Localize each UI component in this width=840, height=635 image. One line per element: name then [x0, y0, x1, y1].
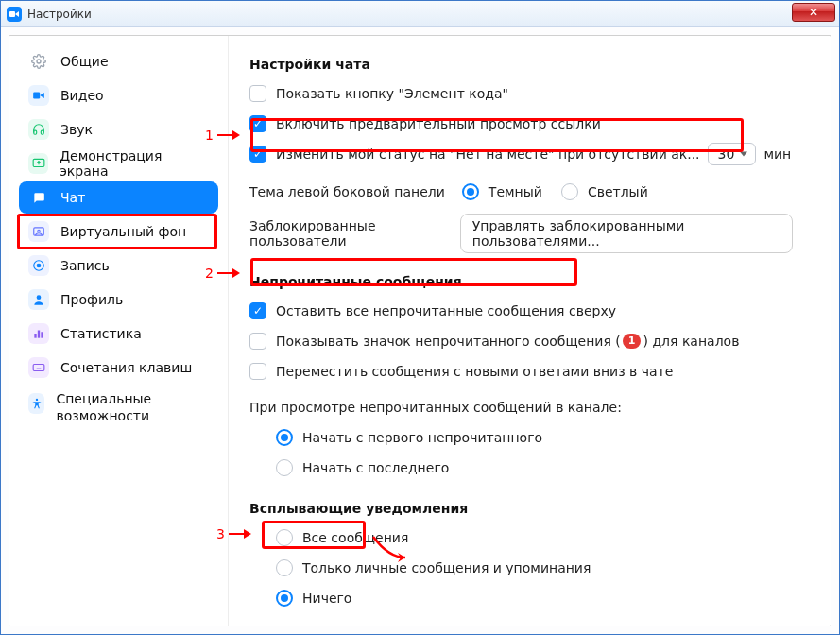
window-title: Настройки — [27, 8, 92, 21]
sidebar-item-video[interactable]: Видео — [19, 79, 218, 112]
sidebar-item-profile[interactable]: Профиль — [19, 283, 218, 316]
close-icon: ✕ — [809, 6, 818, 19]
svg-rect-12 — [33, 365, 44, 371]
sidebar-item-virtual-bg[interactable]: Виртуальный фон — [19, 215, 218, 248]
label-keep-unread-top: Оставить все непрочитанные сообщения све… — [276, 303, 616, 318]
close-button[interactable]: ✕ — [792, 3, 835, 22]
stats-icon — [28, 323, 49, 344]
headphones-icon — [28, 119, 49, 140]
sidebar-item-share-screen[interactable]: Демонстрация экрана — [19, 147, 218, 180]
svg-point-7 — [37, 264, 41, 267]
sidebar-item-label: Статистика — [60, 326, 142, 341]
svg-rect-11 — [41, 332, 43, 337]
label-unread-badge-post: ) для каналов — [643, 334, 739, 349]
record-icon — [28, 255, 49, 276]
titlebar: Настройки ✕ — [1, 1, 839, 27]
radio-start-first-unread[interactable] — [276, 429, 293, 446]
label-start-first-unread: Начать с первого непрочитанного — [302, 430, 542, 445]
label-unread-badge-pre: Показывать значок непрочитанного сообщен… — [276, 334, 621, 349]
section-notifications: Всплывающие уведомления — [249, 501, 793, 516]
section-chat-settings: Настройки чата — [249, 57, 793, 72]
svg-point-8 — [37, 295, 42, 300]
svg-rect-9 — [34, 334, 36, 338]
manage-blocked-button[interactable]: Управлять заблокированными пользователям… — [460, 214, 793, 253]
radio-theme-dark[interactable] — [462, 183, 479, 200]
sidebar-item-accessibility[interactable]: Специальные возможности — [19, 386, 218, 430]
sidebar-item-label: Чат — [60, 190, 85, 205]
label-theme: Тема левой боковой панели — [249, 184, 445, 199]
sidebar-item-label: Профиль — [60, 292, 123, 307]
radio-notif-none[interactable] — [276, 590, 293, 607]
label-notif-mentions: Только личные сообщения и упоминания — [302, 560, 591, 575]
checkbox-keep-unread-top[interactable] — [249, 302, 266, 319]
sidebar-item-statistics[interactable]: Статистика — [19, 318, 218, 350]
svg-point-5 — [38, 230, 40, 232]
sidebar-item-recording[interactable]: Запись — [19, 249, 218, 282]
svg-rect-2 — [33, 93, 40, 99]
keyboard-icon — [28, 357, 49, 378]
sidebar-item-label: Специальные возможности — [56, 391, 209, 424]
svg-rect-0 — [9, 11, 15, 17]
sidebar: Общие Видео Звук Демонстрация экрана Чат… — [9, 36, 229, 626]
label-blocked-users: Заблокированные пользователи — [249, 218, 454, 249]
radio-start-last[interactable] — [276, 459, 293, 476]
sidebar-item-label: Звук — [60, 122, 93, 137]
label-notif-none: Ничего — [302, 591, 351, 606]
app-icon — [7, 7, 22, 22]
label-move-replied: Переместить сообщения с новыми ответами … — [276, 364, 673, 379]
gear-icon — [28, 51, 49, 72]
checkbox-show-code[interactable] — [249, 85, 266, 102]
sidebar-item-label: Виртуальный фон — [60, 224, 186, 239]
annotation-box-1 — [250, 118, 744, 152]
svg-point-13 — [36, 399, 38, 401]
label-theme-dark: Темный — [489, 184, 542, 199]
annotation-box-2 — [250, 258, 577, 286]
annotation-box-3 — [262, 521, 366, 549]
chat-icon — [28, 187, 49, 208]
sidebar-item-shortcuts[interactable]: Сочетания клавиш — [19, 352, 218, 384]
video-icon — [28, 85, 49, 106]
label-show-code: Показать кнопку "Элемент кода" — [276, 86, 508, 101]
checkbox-show-unread-badge[interactable] — [249, 333, 266, 350]
share-screen-icon — [28, 153, 48, 174]
sidebar-item-label: Сочетания клавиш — [60, 360, 192, 375]
label-channel-unread: При просмотре непрочитанных сообщений в … — [249, 400, 622, 415]
svg-rect-10 — [38, 331, 40, 338]
sidebar-item-general[interactable]: Общие — [19, 45, 218, 77]
sidebar-item-label: Видео — [60, 88, 104, 103]
profile-icon — [28, 289, 49, 310]
label-start-last: Начать с последнего — [302, 460, 449, 475]
sidebar-item-label: Запись — [60, 258, 110, 273]
sidebar-item-audio[interactable]: Звук — [19, 113, 218, 146]
sidebar-item-label: Общие — [60, 54, 109, 69]
label-minutes-unit: мин — [763, 146, 791, 162]
sidebar-item-label: Демонстрация экрана — [60, 148, 209, 179]
radio-theme-light[interactable] — [561, 183, 578, 200]
checkbox-move-replied[interactable] — [249, 363, 266, 380]
sidebar-item-chat[interactable]: Чат — [19, 181, 218, 214]
virtual-bg-icon — [28, 221, 49, 242]
radio-notif-mentions[interactable] — [276, 559, 293, 576]
svg-point-1 — [37, 60, 41, 63]
label-theme-light: Светлый — [588, 184, 648, 199]
unread-badge: 1 — [623, 334, 642, 349]
accessibility-icon — [28, 393, 44, 414]
